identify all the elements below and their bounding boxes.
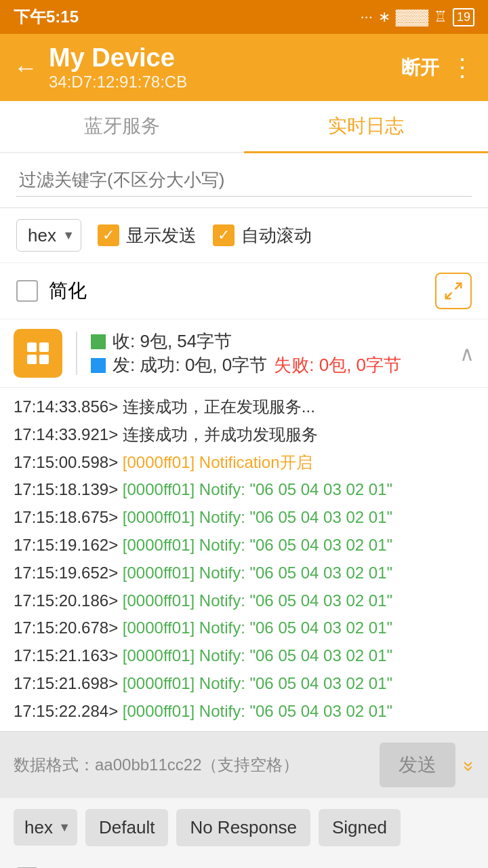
bluetooth-status-icon: ··· xyxy=(361,8,373,26)
log-content: [0000ff01] Notify: "06 05 04 03 02 01" xyxy=(123,536,392,554)
log-content: [0000ff01] Notify: "06 05 04 03 02 01" xyxy=(123,564,392,582)
log-line: 17:14:33.921> 连接成功，并成功发现服务 xyxy=(14,421,474,449)
bottom-format-select[interactable]: hex text xyxy=(14,809,77,846)
stats-row: 收: 9包, 54字节 发: 成功: 0包, 0字节 失败: 0包, 0字节 ∧ xyxy=(0,319,488,388)
send-hint: 数据格式：aa00bb11cc22（支持空格） xyxy=(14,754,371,776)
log-timestamp: 17:15:22.284> xyxy=(14,702,123,720)
log-content: [0000ff01] Notify: "06 05 04 03 02 01" xyxy=(123,591,392,610)
bottom-options: hex text Default No Response Signed xyxy=(0,798,488,857)
log-line: 17:15:20.678> [0000ff01] Notify: "06 05 … xyxy=(14,614,474,642)
options-row: hex text ✓ 显示发送 ✓ 自动滚动 xyxy=(0,208,488,263)
bluetooth-icon: ∗ xyxy=(378,8,390,26)
show-send-option[interactable]: ✓ 显示发送 xyxy=(98,224,197,248)
recv-line: 收: 9包, 54字节 xyxy=(91,330,446,353)
log-content: [0000ff01] Notify: "06 05 04 03 02 01" xyxy=(123,646,392,665)
title-area: My Device 34:D7:12:91:78:CB xyxy=(49,43,390,92)
fail-stats: 失败: 0包, 0字节 xyxy=(274,353,401,377)
svg-line-0 xyxy=(455,283,462,290)
log-timestamp: 17:15:18.675> xyxy=(14,508,123,526)
filter-input[interactable] xyxy=(16,164,472,197)
simplify-label: 简化 xyxy=(49,278,87,304)
bottom-format-wrapper: hex text xyxy=(14,809,77,846)
collapse-button[interactable]: ∧ xyxy=(460,342,474,366)
tab-realtime[interactable]: 实时日志 xyxy=(244,101,488,153)
log-timestamp: 17:15:19.162> xyxy=(14,536,123,554)
recv-color-indicator xyxy=(91,334,106,349)
signal-icon: ▓▓▓ xyxy=(396,8,428,26)
device-mac: 34:D7:12:91:78:CB xyxy=(49,73,390,92)
simplify-checkbox[interactable] xyxy=(16,280,38,302)
back-button[interactable]: ← xyxy=(14,54,38,82)
log-content: [0000ff01] Notify: "06 05 04 03 02 01" xyxy=(123,618,392,637)
log-line: 17:15:20.186> [0000ff01] Notify: "06 05 … xyxy=(14,587,474,615)
send-color-indicator xyxy=(91,358,106,373)
send-button[interactable]: 发送 xyxy=(380,743,455,787)
show-send-checkbox[interactable]: ✓ xyxy=(98,224,119,246)
log-timestamp: 17:15:19.652> xyxy=(14,564,123,582)
log-line: 17:15:00.598> [0000ff01] Notification开启 xyxy=(14,449,474,477)
log-timestamp: 17:15:20.678> xyxy=(14,618,123,637)
stats-text: 收: 9包, 54字节 发: 成功: 0包, 0字节 失败: 0包, 0字节 xyxy=(91,330,446,377)
tabs: 蓝牙服务 实时日志 xyxy=(0,101,488,153)
log-timestamp: 17:15:21.698> xyxy=(14,674,123,692)
wifi-icon: ♖ xyxy=(434,8,447,26)
log-content: 连接成功，并成功发现服务 xyxy=(123,425,318,443)
svg-line-1 xyxy=(446,293,452,299)
log-line: 17:14:33.856> 连接成功，正在发现服务... xyxy=(14,393,474,421)
filter-area xyxy=(0,153,488,208)
log-line: 17:15:18.139> [0000ff01] Notify: "06 05 … xyxy=(14,476,474,504)
stats-separator xyxy=(76,332,77,375)
write-type-no-response[interactable]: No Response xyxy=(176,809,310,846)
format-select[interactable]: hex text xyxy=(16,219,81,252)
log-area: 17:14:33.856> 连接成功，正在发现服务...17:14:33.921… xyxy=(0,388,488,731)
log-content: [0000ff01] Notification开启 xyxy=(123,453,312,471)
log-line: 17:15:19.652> [0000ff01] Notify: "06 05 … xyxy=(14,559,474,587)
write-type-default[interactable]: Default xyxy=(85,809,168,846)
log-content: 连接成功，正在发现服务... xyxy=(123,397,315,416)
battery-icon: 19 xyxy=(453,8,474,26)
toolbar: ← My Device 34:D7:12:91:78:CB 断开 ⋮ xyxy=(0,34,488,101)
status-bar: 下午5:15 ··· ∗ ▓▓▓ ♖ 19 xyxy=(0,0,488,34)
status-icons: ··· ∗ ▓▓▓ ♖ 19 xyxy=(361,8,475,26)
send-stats: 发: 成功: 0包, 0字节 xyxy=(113,353,267,377)
recv-stats: 收: 9包, 54字节 xyxy=(113,330,232,353)
log-timestamp: 17:15:18.139> xyxy=(14,480,123,498)
simplify-row: 简化 xyxy=(0,263,488,319)
log-line: 17:15:21.698> [0000ff01] Notify: "06 05 … xyxy=(14,670,474,698)
device-name: My Device xyxy=(49,43,390,73)
log-line: 17:15:18.675> [0000ff01] Notify: "06 05 … xyxy=(14,504,474,532)
log-timestamp: 17:15:21.163> xyxy=(14,646,123,665)
format-select-wrapper: hex text xyxy=(16,219,81,252)
loop-send-row: 循环发送 延时(ms): xyxy=(0,857,488,868)
log-line: 17:15:22.284> [0000ff01] Notify: "06 05 … xyxy=(14,698,474,726)
expand-send-button[interactable]: » xyxy=(464,751,474,778)
stats-icon-block xyxy=(14,329,62,378)
log-content: [0000ff01] Notify: "06 05 04 03 02 01" xyxy=(123,508,392,526)
show-send-label: 显示发送 xyxy=(126,224,197,248)
auto-scroll-checkbox[interactable]: ✓ xyxy=(213,224,235,246)
send-line: 发: 成功: 0包, 0字节 失败: 0包, 0字节 xyxy=(91,353,446,377)
log-timestamp: 17:14:33.856> xyxy=(14,397,123,416)
log-timestamp: 17:15:00.598> xyxy=(14,453,123,471)
log-content: [0000ff01] Notify: "06 05 04 03 02 01" xyxy=(123,480,392,498)
auto-scroll-option[interactable]: ✓ 自动滚动 xyxy=(213,224,312,248)
expand-button[interactable] xyxy=(435,273,472,309)
log-timestamp: 17:14:33.921> xyxy=(14,425,123,443)
log-content: [0000ff01] Notify: "06 05 04 03 02 01" xyxy=(123,702,392,720)
log-timestamp: 17:15:20.186> xyxy=(14,591,123,610)
simplify-left: 简化 xyxy=(16,278,87,304)
more-menu-button[interactable]: ⋮ xyxy=(450,54,474,82)
write-type-signed[interactable]: Signed xyxy=(319,809,401,846)
status-time: 下午5:15 xyxy=(14,6,79,28)
log-line: 17:15:19.162> [0000ff01] Notify: "06 05 … xyxy=(14,532,474,559)
log-line: 17:15:21.163> [0000ff01] Notify: "06 05 … xyxy=(14,642,474,670)
disconnect-button[interactable]: 断开 xyxy=(401,55,439,81)
send-area: 数据格式：aa00bb11cc22（支持空格） 发送 » xyxy=(0,731,488,798)
auto-scroll-label: 自动滚动 xyxy=(241,224,312,248)
tab-bluetooth[interactable]: 蓝牙服务 xyxy=(0,101,244,152)
expand-icon xyxy=(443,281,464,301)
log-content: [0000ff01] Notify: "06 05 04 03 02 01" xyxy=(123,674,392,692)
